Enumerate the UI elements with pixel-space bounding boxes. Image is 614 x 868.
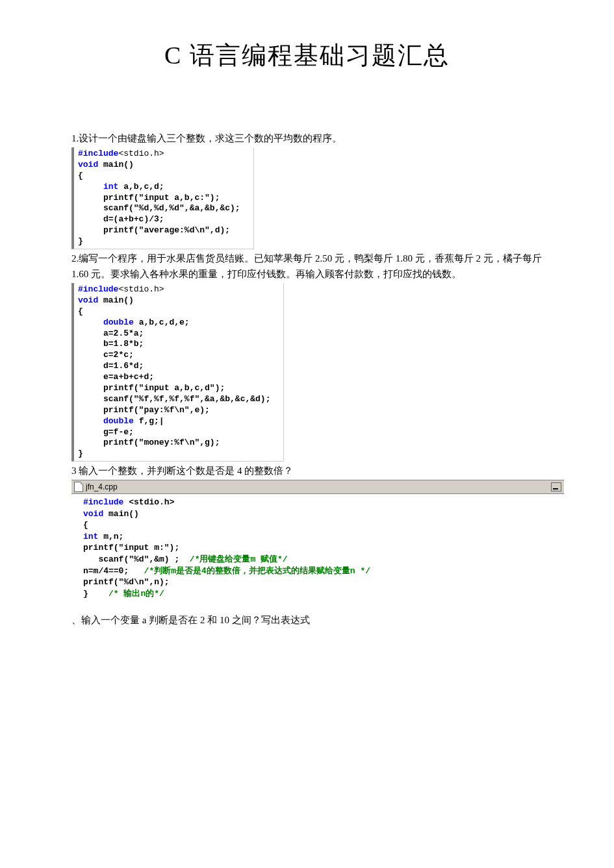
comment-3: /* 输出n的*/ — [88, 589, 164, 599]
problem-1-text: 1.设计一个由键盘输入三个整数，求这三个数的平均数的程序。 — [71, 130, 543, 146]
comment-2: /*判断m是否是4的整数倍，并把表达式的结果赋给变量n */ — [129, 566, 370, 576]
file-tab[interactable]: jfn_4.cpp — [74, 482, 118, 492]
problem-2-text: 2.编写一个程序，用于水果店售货员结账。已知苹果每斤 2.50 元，鸭梨每斤 1… — [71, 251, 543, 282]
editor-tab-bar: jfn_4.cpp — [71, 480, 564, 494]
code-block-2: #include<stdio.h> void main() { double a… — [71, 283, 284, 462]
problem-3-text: 3 输入一个整数，并判断这个数是否是 4 的整数倍？ — [71, 463, 543, 478]
minimize-icon[interactable] — [551, 482, 561, 491]
document-page: C 语言编程基础习题汇总 1.设计一个由键盘输入三个整数，求这三个数的平均数的程… — [0, 0, 614, 654]
code-block-1: #include<stdio.h> void main() { int a,b,… — [71, 147, 254, 249]
page-title: C 语言编程基础习题汇总 — [71, 39, 543, 72]
problem-4-text: 、输入一个变量 a 判断是否在 2 和 10 之间？写出表达式 — [71, 612, 543, 628]
file-icon — [74, 482, 83, 492]
file-tab-label: jfn_4.cpp — [86, 482, 118, 491]
code-block-3: #include <stdio.h> void main() { int m,n… — [71, 494, 570, 599]
comment-1: /*用键盘给变量m 赋值*/ — [179, 554, 287, 564]
